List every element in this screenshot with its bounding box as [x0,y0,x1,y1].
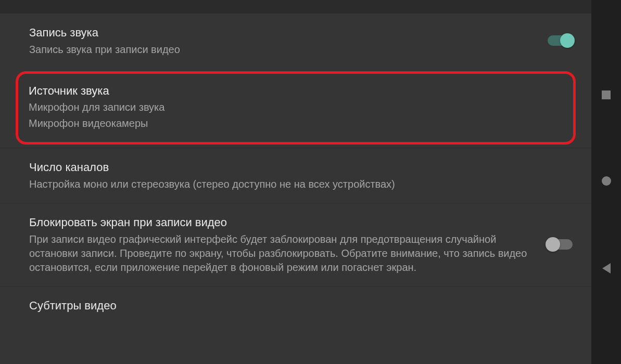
toggle-knob [560,33,575,48]
home-icon[interactable] [602,176,611,186]
toggle-knob [546,237,560,252]
audio-record-toggle[interactable] [548,35,573,46]
settings-list: Запись звука Запись звука при записи вид… [0,0,591,317]
setting-audio-record[interactable]: Запись звука Запись звука при записи вид… [0,14,591,68]
lock-screen-toggle[interactable] [548,239,573,250]
setting-subtitle: Запись звука при записи видео [29,43,548,57]
top-separator [0,0,591,14]
settings-screen: Запись звука Запись звука при записи вид… [0,0,591,364]
setting-title: Число каналов [29,160,573,175]
setting-title: Источник звука [29,83,563,99]
setting-lock-screen[interactable]: Блокировать экран при записи видео При з… [0,203,591,286]
setting-channels[interactable]: Число каналов Настройка моно или стереоз… [0,148,591,203]
setting-subtitle-1: Микрофон для записи звука [29,100,563,114]
setting-subtitle: При записи видео графический интерфейс б… [29,232,548,275]
setting-title: Запись звука [29,25,548,41]
recent-apps-icon[interactable] [602,90,611,99]
setting-audio-source[interactable]: Источник звука Микрофон для записи звука… [16,71,576,145]
setting-subtitle-2: Микрофон видеокамеры [29,116,563,131]
android-nav-bar [591,0,621,364]
setting-title: Субтитры видео [29,298,573,314]
setting-subtitle: Настройка моно или стереозвука (стерео д… [29,177,573,191]
setting-title: Блокировать экран при записи видео [29,215,548,230]
back-icon[interactable] [602,263,611,274]
setting-subtitles[interactable]: Субтитры видео [0,287,591,318]
setting-audio-source-wrap: Источник звука Микрофон для записи звука… [0,68,591,148]
